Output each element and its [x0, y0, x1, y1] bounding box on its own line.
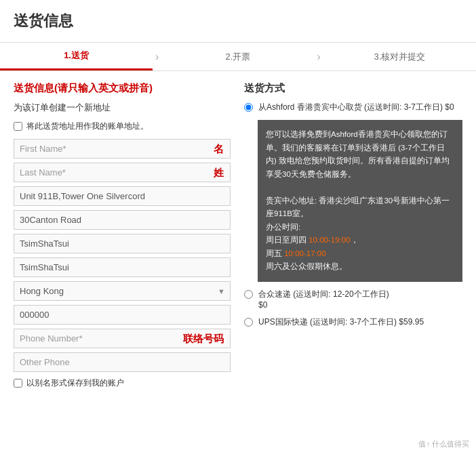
shipping-label-0: 从Ashford 香港贵宾中心取货 (运送时间: 3-7工作日) $0 [258, 102, 454, 113]
steps-bar: 1.送货 › 2.开票 › 3.核对并提交 [0, 43, 476, 71]
address2-field [14, 210, 231, 230]
shipping-radio-2[interactable] [244, 318, 253, 327]
info-line6: 周六及公众假期休息。 [266, 262, 347, 270]
first-name-input[interactable] [14, 139, 231, 159]
info-line2: 贵宾中心地址: 香港尖沙咀广东道30号新港中心第一座911B室。 [266, 196, 450, 218]
other-phone-input[interactable] [14, 352, 231, 372]
left-panel: 送货信息(请只输入英文或拼音) 为该订单创建一个新地址 将此送货地址用作我的账单… [14, 82, 244, 389]
watermark: 值↑ 什么值得买 [418, 439, 469, 449]
shipping-info-box: 您可以选择免费到Ashford香港贵宾中心领取您的订单。我们的客服将在订单到达香… [258, 120, 462, 282]
shipping-title: 送货方式 [244, 82, 462, 95]
account-checkbox-label: 将此送货地址用作我的账单地址。 [26, 121, 148, 132]
step-1[interactable]: 1.送货 [0, 43, 153, 70]
state-input[interactable] [14, 257, 231, 277]
account-checkbox-row: 将此送货地址用作我的账单地址。 [14, 121, 231, 132]
info-line4-prefix: 周日至周四 [266, 236, 306, 244]
step-3[interactable]: 3.核对并提交 [323, 43, 476, 70]
info-line1: 您可以选择免费到Ashford香港贵宾中心领取您的订单。我们的客服将在订单到达香… [266, 130, 450, 178]
phone-input[interactable] [14, 329, 231, 348]
address1-input[interactable] [14, 186, 231, 206]
info-line3: 办公时间: [266, 223, 300, 231]
last-name-field: 姓 [14, 163, 231, 182]
form-section-title: 送货信息(请只输入英文或拼音) [14, 82, 231, 95]
last-name-input[interactable] [14, 163, 231, 182]
other-phone-field [14, 352, 231, 372]
save-checkbox-label: 以别名形式保存到我的账户 [26, 377, 124, 389]
address1-field [14, 186, 231, 206]
country-field: Hong Kong ▼ [14, 281, 231, 301]
step-separator-2: › [315, 43, 323, 70]
step-2[interactable]: 2.开票 [161, 43, 314, 70]
phone-field: 联络号码 [14, 329, 231, 348]
account-checkbox[interactable] [14, 122, 22, 131]
info-line5-time: 10:00-17:00 [284, 249, 325, 257]
shipping-option-0: 从Ashford 香港贵宾中心取货 (运送时间: 3-7工作日) $0 [244, 102, 462, 113]
shipping-option-1: 合众速递 (运送时间: 12-20个工作日)$0 [244, 289, 462, 310]
country-select[interactable]: Hong Kong [14, 281, 231, 301]
shipping-option-2: UPS国际快递 (运送时间: 3-7个工作日) $59.95 [244, 316, 462, 328]
city-field [14, 234, 231, 253]
address2-input[interactable] [14, 210, 231, 230]
first-name-field: 名 [14, 139, 231, 159]
zip-input[interactable] [14, 305, 231, 325]
shipping-label-1: 合众速递 (运送时间: 12-20个工作日)$0 [258, 289, 389, 310]
shipping-radio-0[interactable] [244, 103, 253, 112]
zip-field [14, 305, 231, 325]
right-panel: 送货方式 从Ashford 香港贵宾中心取货 (运送时间: 3-7工作日) $0… [244, 82, 462, 389]
save-checkbox[interactable] [14, 379, 22, 388]
save-checkbox-row: 以别名形式保存到我的账户 [14, 377, 231, 389]
shipping-label-2: UPS国际快递 (运送时间: 3-7个工作日) $59.95 [258, 316, 424, 328]
page-title: 送货信息 [14, 11, 462, 37]
info-line5-prefix: 周五 [266, 249, 282, 257]
shipping-radio-1[interactable] [244, 290, 253, 299]
city-input[interactable] [14, 234, 231, 253]
state-field [14, 257, 231, 277]
new-address-label: 为该订单创建一个新地址 [14, 102, 231, 114]
step-separator-1: › [153, 43, 161, 70]
info-line4-time: 10:00-19:00 [309, 236, 350, 244]
